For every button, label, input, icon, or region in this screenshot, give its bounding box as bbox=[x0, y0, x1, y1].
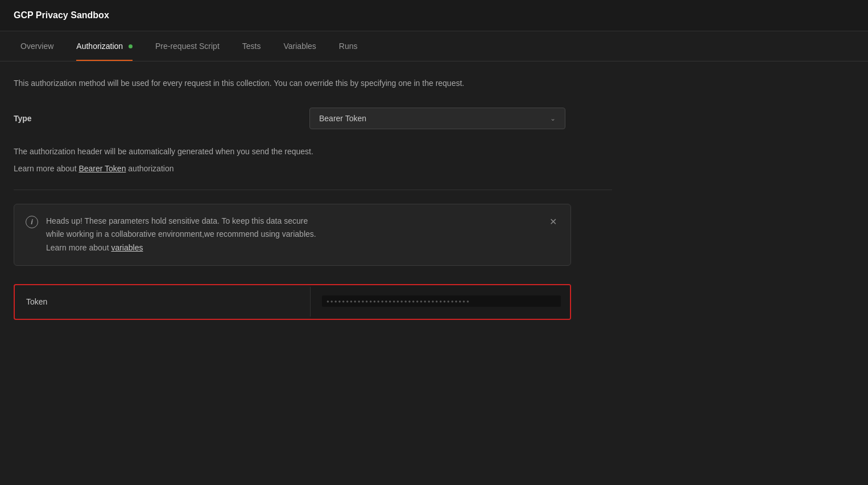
tab-authorization[interactable]: Authorization bbox=[65, 31, 144, 61]
tabs-bar: Overview Authorization Pre-request Scrip… bbox=[0, 31, 868, 61]
banner-text: Heads up! These parameters hold sensitiv… bbox=[46, 215, 539, 255]
content-area: This authorization method will be used f… bbox=[0, 61, 626, 336]
info-banner: i Heads up! These parameters hold sensit… bbox=[14, 204, 571, 266]
close-icon[interactable]: ✕ bbox=[547, 216, 559, 228]
variables-link[interactable]: variables bbox=[111, 243, 143, 252]
tab-overview[interactable]: Overview bbox=[9, 31, 65, 61]
token-value[interactable] bbox=[311, 285, 570, 319]
type-row: Type Bearer Token ⌄ bbox=[14, 108, 612, 129]
token-row: Token bbox=[14, 284, 571, 320]
type-label: Type bbox=[14, 114, 309, 123]
divider bbox=[14, 190, 612, 190]
token-masked-value bbox=[322, 295, 561, 307]
type-select-dropdown[interactable]: Bearer Token ⌄ bbox=[309, 108, 565, 129]
helper-text-line2: Learn more about Bearer Token authorizat… bbox=[14, 162, 612, 176]
token-label: Token bbox=[15, 287, 311, 317]
tab-pre-request-script[interactable]: Pre-request Script bbox=[144, 31, 231, 61]
type-select-value: Bearer Token bbox=[319, 114, 366, 123]
tab-runs[interactable]: Runs bbox=[328, 31, 369, 61]
bearer-token-link[interactable]: Bearer Token bbox=[78, 164, 126, 173]
chevron-down-icon: ⌄ bbox=[550, 114, 556, 122]
tab-tests[interactable]: Tests bbox=[231, 31, 272, 61]
info-icon: i bbox=[26, 216, 38, 228]
app-title: GCP Privacy Sandbox bbox=[14, 10, 854, 20]
helper-text-line1: The authorization header will be automat… bbox=[14, 145, 612, 159]
description-text: This authorization method will be used f… bbox=[14, 77, 612, 89]
tab-variables[interactable]: Variables bbox=[272, 31, 327, 61]
title-bar: GCP Privacy Sandbox bbox=[0, 0, 868, 31]
authorization-active-dot bbox=[129, 44, 133, 48]
